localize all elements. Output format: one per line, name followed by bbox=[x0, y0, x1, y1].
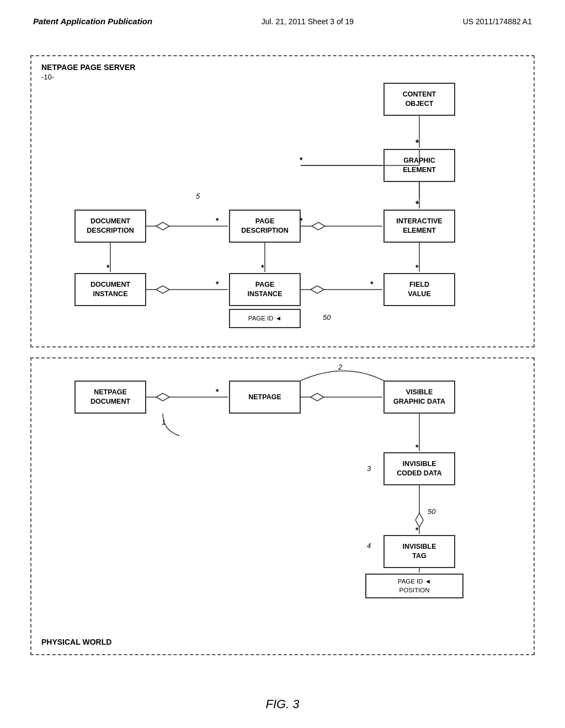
num-5: 5 bbox=[196, 192, 200, 200]
header-left: Patent Application Publication bbox=[33, 17, 152, 26]
netpage-node: NETPAGE bbox=[229, 381, 301, 414]
page-instance-node: PAGEINSTANCE bbox=[229, 273, 301, 306]
fig-caption: FIG. 3 bbox=[0, 697, 565, 711]
interactive-element-node: INTERACTIVEELEMENT bbox=[383, 210, 455, 243]
num-1: 1 bbox=[162, 418, 166, 426]
page-description-node: PAGEDESCRIPTION bbox=[229, 210, 301, 243]
page-id-position-node: PAGE ID ◄POSITION bbox=[365, 574, 463, 598]
num-2: 2 bbox=[338, 363, 342, 371]
visible-graphic-data-node: VISIBLEGRAPHIC DATA bbox=[383, 381, 455, 414]
document-description-node: DOCUMENTDESCRIPTION bbox=[74, 210, 146, 243]
num-50-bottom: 50 bbox=[428, 507, 435, 516]
header-right: US 2011/174882 A1 bbox=[463, 17, 532, 26]
page-id-top-node: PAGE ID ◄ bbox=[229, 309, 301, 328]
document-instance-node: DOCUMENTINSTANCE bbox=[74, 273, 146, 306]
page: Patent Application Publication Jul. 21, … bbox=[0, 0, 565, 728]
content-object-node: CONTENTOBJECT bbox=[383, 83, 455, 116]
graphic-element-node: GRAPHICELEMENT bbox=[383, 149, 455, 182]
field-value-node: FIELDVALUE bbox=[383, 273, 455, 306]
diagram-area: NETPAGE PAGE SERVER -10- PHYSICAL WORLD … bbox=[30, 55, 535, 673]
num-50-top: 50 bbox=[323, 313, 331, 322]
netpage-document-node: NETPAGEDOCUMENT bbox=[74, 381, 146, 414]
invisible-coded-data-node: INVISIBLECODED DATA bbox=[383, 452, 455, 485]
header: Patent Application Publication Jul. 21, … bbox=[33, 17, 532, 26]
top-box-sublabel: -10- bbox=[41, 73, 54, 81]
header-center: Jul. 21, 2011 Sheet 3 of 19 bbox=[262, 17, 354, 26]
num-3: 3 bbox=[367, 464, 371, 473]
invisible-tag-node: INVISIBLETAG bbox=[383, 535, 455, 568]
num-4: 4 bbox=[367, 542, 371, 550]
top-box-label: NETPAGE PAGE SERVER bbox=[41, 63, 135, 72]
bottom-box-label: PHYSICAL WORLD bbox=[41, 638, 111, 646]
